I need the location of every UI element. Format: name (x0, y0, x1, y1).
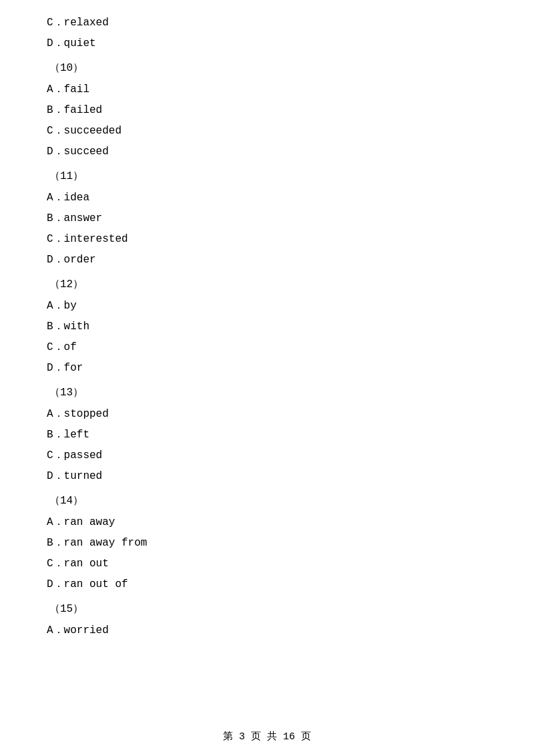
option-item: B．with (47, 317, 487, 337)
option-item: C．of (47, 338, 487, 357)
option-item: C．passed (47, 446, 487, 465)
option-item: C．interested (47, 230, 487, 249)
option-item: D．turned (47, 467, 487, 486)
option-item: A．idea (47, 188, 487, 208)
option-item: B．answer (47, 209, 487, 228)
option-item: A．ran away (47, 513, 487, 532)
footer-text: 第 3 页 共 16 页 (223, 731, 311, 743)
option-item: A．fail (47, 80, 487, 100)
option-item: B．ran away from (47, 534, 487, 553)
question-number: （14） (47, 492, 487, 511)
option-item: D．succeed (47, 142, 487, 162)
option-item: A．worried (47, 621, 487, 640)
option-item: D．for (47, 359, 487, 378)
question-number: （11） (47, 167, 487, 186)
option-item: B．left (47, 425, 487, 445)
page-footer: 第 3 页 共 16 页 (0, 730, 534, 743)
option-item: D．quiet (47, 34, 487, 53)
question-number: （12） (47, 275, 487, 295)
question-number: （15） (47, 600, 487, 619)
main-content: C．relaxedD．quiet（10）A．failB．failedC．succ… (0, 0, 534, 682)
option-item: C．succeeded (47, 122, 487, 141)
option-item: A．by (47, 297, 487, 316)
option-item: C．ran out (47, 554, 487, 574)
option-item: D．order (47, 250, 487, 270)
option-item: A．stopped (47, 405, 487, 424)
option-item: B．failed (47, 101, 487, 120)
option-item: C．relaxed (47, 13, 487, 33)
question-number: （10） (47, 59, 487, 78)
option-item: D．ran out of (47, 575, 487, 594)
question-number: （13） (47, 383, 487, 403)
